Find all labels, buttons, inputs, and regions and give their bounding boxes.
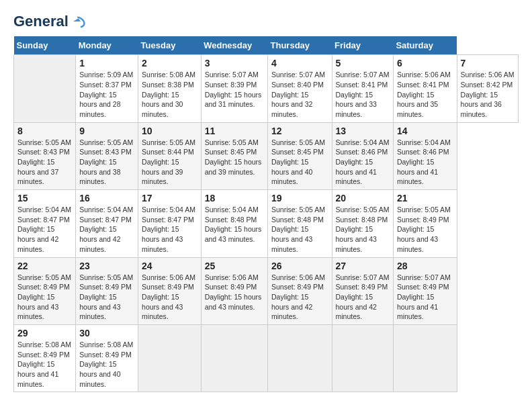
logo: General: [13, 13, 86, 30]
day-info: Sunrise: 5:06 AMSunset: 8:49 PMDaylight:…: [205, 273, 264, 312]
calendar-cell: 18Sunrise: 5:04 AMSunset: 8:48 PMDayligh…: [201, 190, 267, 257]
calendar-table: SundayMondayTuesdayWednesdayThursdayFrid…: [13, 36, 519, 392]
day-header-tuesday: Tuesday: [138, 36, 202, 55]
day-info: Sunrise: 5:05 AMSunset: 8:49 PMDaylight:…: [397, 205, 453, 254]
day-header-thursday: Thursday: [268, 36, 332, 55]
day-number: 17: [142, 193, 197, 203]
calendar-cell: 1Sunrise: 5:09 AMSunset: 8:37 PMDaylight…: [76, 55, 138, 122]
day-info: Sunrise: 5:05 AMSunset: 8:43 PMDaylight:…: [79, 138, 134, 187]
header-row: SundayMondayTuesdayWednesdayThursdayFrid…: [14, 36, 519, 55]
day-number: 3: [205, 58, 264, 68]
calendar-cell: [138, 324, 202, 392]
calendar-cell: 30Sunrise: 5:08 AMSunset: 8:49 PMDayligh…: [76, 324, 138, 392]
calendar-cell: 11Sunrise: 5:05 AMSunset: 8:45 PMDayligh…: [201, 122, 267, 189]
day-info: Sunrise: 5:04 AMSunset: 8:47 PMDaylight:…: [142, 205, 197, 254]
week-row: 15Sunrise: 5:04 AMSunset: 8:47 PMDayligh…: [14, 190, 519, 257]
day-number: 27: [336, 261, 390, 271]
calendar-cell: 20Sunrise: 5:05 AMSunset: 8:48 PMDayligh…: [332, 190, 393, 257]
calendar-cell: 28Sunrise: 5:07 AMSunset: 8:49 PMDayligh…: [393, 257, 457, 324]
day-info: Sunrise: 5:08 AMSunset: 8:49 PMDaylight:…: [79, 340, 134, 389]
calendar-cell: 2Sunrise: 5:08 AMSunset: 8:38 PMDaylight…: [138, 55, 202, 122]
calendar-cell: 5Sunrise: 5:07 AMSunset: 8:41 PMDaylight…: [332, 55, 393, 122]
day-header-friday: Friday: [332, 36, 393, 55]
day-info: Sunrise: 5:04 AMSunset: 8:46 PMDaylight:…: [336, 138, 390, 187]
calendar-cell: 13Sunrise: 5:04 AMSunset: 8:46 PMDayligh…: [332, 122, 393, 189]
day-info: Sunrise: 5:07 AMSunset: 8:49 PMDaylight:…: [397, 273, 453, 322]
day-info: Sunrise: 5:07 AMSunset: 8:49 PMDaylight:…: [336, 273, 390, 322]
calendar-cell: 12Sunrise: 5:05 AMSunset: 8:45 PMDayligh…: [268, 122, 332, 189]
day-number: 28: [397, 261, 453, 271]
day-info: Sunrise: 5:07 AMSunset: 8:39 PMDaylight:…: [205, 70, 264, 109]
day-info: Sunrise: 5:06 AMSunset: 8:42 PMDaylight:…: [461, 70, 515, 119]
calendar-cell: [332, 324, 393, 392]
day-number: 18: [205, 193, 264, 203]
day-info: Sunrise: 5:05 AMSunset: 8:49 PMDaylight:…: [79, 273, 134, 322]
day-info: Sunrise: 5:04 AMSunset: 8:47 PMDaylight:…: [17, 205, 72, 254]
day-info: Sunrise: 5:05 AMSunset: 8:48 PMDaylight:…: [271, 205, 328, 254]
day-number: 22: [17, 261, 72, 271]
day-header-wednesday: Wednesday: [201, 36, 267, 55]
day-number: 2: [142, 58, 197, 68]
calendar-cell: 8Sunrise: 5:05 AMSunset: 8:43 PMDaylight…: [14, 122, 76, 189]
day-info: Sunrise: 5:04 AMSunset: 8:48 PMDaylight:…: [205, 205, 264, 244]
calendar-cell: 14Sunrise: 5:04 AMSunset: 8:46 PMDayligh…: [393, 122, 457, 189]
day-info: Sunrise: 5:04 AMSunset: 8:46 PMDaylight:…: [397, 138, 453, 187]
day-number: 4: [271, 58, 328, 68]
calendar-cell: 29Sunrise: 5:08 AMSunset: 8:49 PMDayligh…: [14, 324, 76, 392]
day-number: 5: [336, 58, 390, 68]
calendar-cell: [14, 55, 76, 122]
week-row: 1Sunrise: 5:09 AMSunset: 8:37 PMDaylight…: [14, 55, 519, 122]
calendar-cell: 16Sunrise: 5:04 AMSunset: 8:47 PMDayligh…: [76, 190, 138, 257]
day-number: 15: [17, 193, 72, 203]
day-number: 19: [271, 193, 328, 203]
day-number: 1: [79, 58, 134, 68]
calendar-cell: 25Sunrise: 5:06 AMSunset: 8:49 PMDayligh…: [201, 257, 267, 324]
logo-text: General: [13, 13, 69, 30]
calendar-cell: [268, 324, 332, 392]
day-number: 13: [336, 126, 390, 136]
day-header-saturday: Saturday: [393, 36, 457, 55]
calendar-cell: 24Sunrise: 5:06 AMSunset: 8:49 PMDayligh…: [138, 257, 202, 324]
day-header-sunday: Sunday: [14, 36, 76, 55]
day-number: 8: [17, 126, 72, 136]
calendar-cell: 19Sunrise: 5:05 AMSunset: 8:48 PMDayligh…: [268, 190, 332, 257]
day-info: Sunrise: 5:05 AMSunset: 8:49 PMDaylight:…: [17, 273, 72, 322]
day-info: Sunrise: 5:06 AMSunset: 8:49 PMDaylight:…: [142, 273, 197, 322]
day-number: 20: [336, 193, 390, 203]
calendar-cell: 4Sunrise: 5:07 AMSunset: 8:40 PMDaylight…: [268, 55, 332, 122]
week-row: 22Sunrise: 5:05 AMSunset: 8:49 PMDayligh…: [14, 257, 519, 324]
calendar-cell: 7Sunrise: 5:06 AMSunset: 8:42 PMDaylight…: [457, 55, 518, 122]
calendar-cell: 6Sunrise: 5:06 AMSunset: 8:41 PMDaylight…: [393, 55, 457, 122]
day-info: Sunrise: 5:05 AMSunset: 8:45 PMDaylight:…: [205, 138, 264, 177]
day-info: Sunrise: 5:06 AMSunset: 8:41 PMDaylight:…: [397, 70, 453, 119]
day-info: Sunrise: 5:04 AMSunset: 8:47 PMDaylight:…: [79, 205, 134, 254]
day-number: 14: [397, 126, 453, 136]
day-info: Sunrise: 5:08 AMSunset: 8:38 PMDaylight:…: [142, 70, 197, 119]
calendar-cell: 10Sunrise: 5:05 AMSunset: 8:44 PMDayligh…: [138, 122, 202, 189]
day-info: Sunrise: 5:07 AMSunset: 8:41 PMDaylight:…: [336, 70, 390, 119]
day-info: Sunrise: 5:06 AMSunset: 8:49 PMDaylight:…: [271, 273, 328, 322]
logo-icon: [70, 13, 86, 30]
calendar-cell: 15Sunrise: 5:04 AMSunset: 8:47 PMDayligh…: [14, 190, 76, 257]
day-info: Sunrise: 5:05 AMSunset: 8:44 PMDaylight:…: [142, 138, 197, 187]
day-info: Sunrise: 5:05 AMSunset: 8:43 PMDaylight:…: [17, 138, 72, 187]
day-number: 30: [79, 328, 134, 338]
day-number: 25: [205, 261, 264, 271]
day-number: 11: [205, 126, 264, 136]
day-number: 6: [397, 58, 453, 68]
day-info: Sunrise: 5:08 AMSunset: 8:49 PMDaylight:…: [17, 340, 72, 389]
calendar-cell: [393, 324, 457, 392]
day-number: 23: [79, 261, 134, 271]
day-number: 16: [79, 193, 134, 203]
day-number: 7: [461, 58, 515, 68]
calendar-cell: 3Sunrise: 5:07 AMSunset: 8:39 PMDaylight…: [201, 55, 267, 122]
day-number: 26: [271, 261, 328, 271]
day-header-monday: Monday: [76, 36, 138, 55]
calendar-cell: 22Sunrise: 5:05 AMSunset: 8:49 PMDayligh…: [14, 257, 76, 324]
day-number: 10: [142, 126, 197, 136]
day-number: 12: [271, 126, 328, 136]
day-number: 9: [79, 126, 134, 136]
day-info: Sunrise: 5:09 AMSunset: 8:37 PMDaylight:…: [79, 70, 134, 119]
week-row: 8Sunrise: 5:05 AMSunset: 8:43 PMDaylight…: [14, 122, 519, 189]
calendar-cell: 27Sunrise: 5:07 AMSunset: 8:49 PMDayligh…: [332, 257, 393, 324]
